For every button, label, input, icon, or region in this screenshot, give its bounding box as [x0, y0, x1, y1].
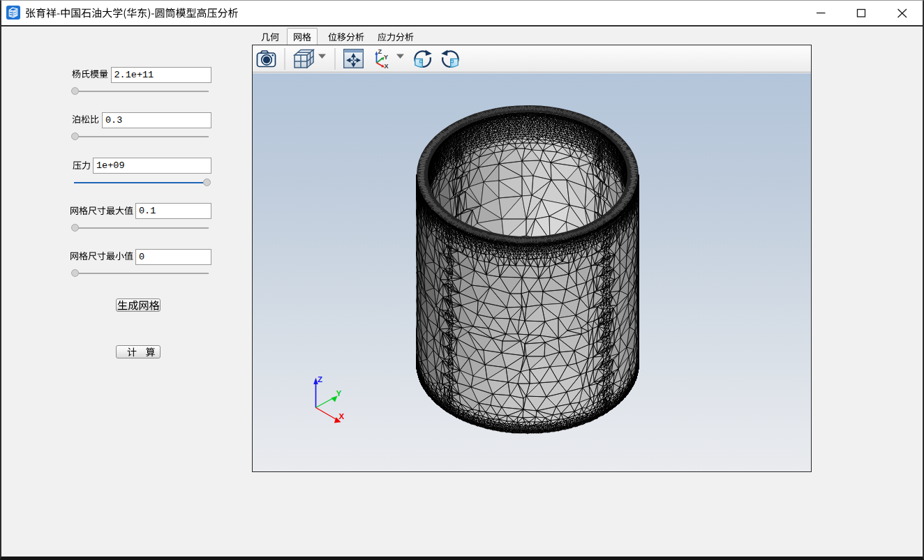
svg-text:Y: Y — [336, 389, 342, 398]
svg-text:X: X — [385, 63, 389, 70]
svg-text:Y: Y — [384, 54, 388, 61]
svg-text:Z: Z — [378, 48, 382, 55]
svg-text:X: X — [339, 412, 345, 421]
svg-text:Z: Z — [318, 375, 322, 384]
